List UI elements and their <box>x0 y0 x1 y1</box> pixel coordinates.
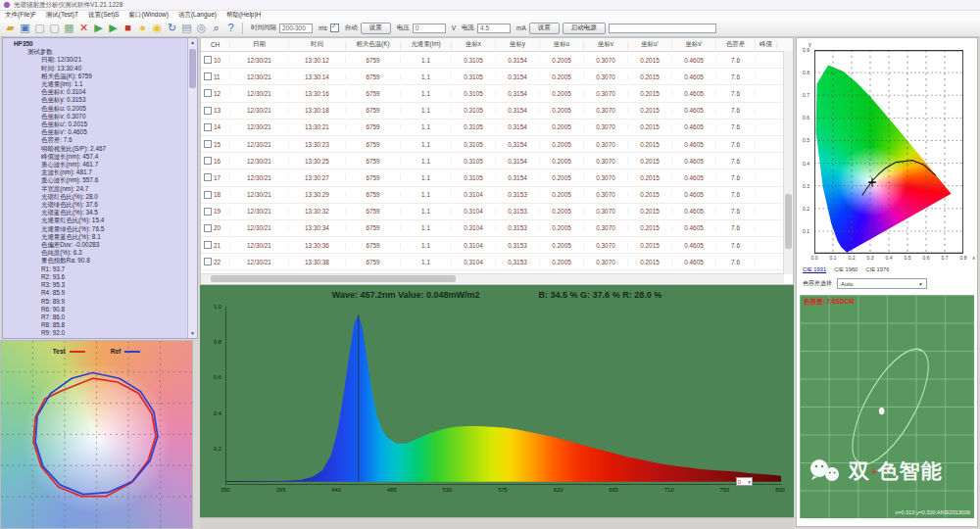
tree-item[interactable]: 色容差: 7.6 <box>6 136 187 144</box>
tree-item[interactable]: 光通量红色比(%): 15.4 <box>6 216 187 224</box>
tree-item[interactable]: 峰值波长(nm): 457.4 <box>6 153 187 161</box>
row-checkbox[interactable] <box>204 107 212 115</box>
tree-item[interactable]: 色纯度(%): 6.3 <box>6 249 187 257</box>
table-row[interactable]: 2012/30/2113:30:3467591.10.31040.31530.2… <box>201 220 793 237</box>
menu-item[interactable]: 文件(File)F <box>5 11 36 20</box>
tree-item[interactable]: 光通量蓝色比(%): 8.1 <box>6 233 187 241</box>
save-icon[interactable]: ▣ <box>19 22 31 34</box>
continuous-test-icon[interactable]: ▶ <box>107 22 120 34</box>
row-checkbox[interactable] <box>204 140 212 148</box>
row-checkbox[interactable] <box>204 123 212 131</box>
open-icon[interactable]: ▰ <box>4 22 17 34</box>
tree-item[interactable]: R1: 93.7 <box>6 265 187 273</box>
tree-item[interactable]: 色坐标x: 0.3104 <box>6 88 187 96</box>
report-icon[interactable]: ▤ <box>180 22 193 34</box>
tree-item[interactable]: 色坐标u': 0.2015 <box>6 120 187 128</box>
scroll-down-icon[interactable]: ▼ <box>188 329 197 338</box>
tree-item[interactable]: 主波长(nm): 481.7 <box>6 168 187 176</box>
table-row[interactable]: 1412/30/2113:30:2167591.10.31050.31540.2… <box>201 120 793 136</box>
interval-set-button[interactable]: 设置 <box>361 23 391 34</box>
tab-cie-1960[interactable]: CIE 1960 <box>834 266 858 272</box>
table-row[interactable]: 1312/30/2113:30:1867591.10.31050.31540.2… <box>201 103 793 120</box>
tree-item[interactable]: R4: 85.9 <box>6 289 187 297</box>
tree-item[interactable]: R3: 95.3 <box>6 281 187 289</box>
tree-item[interactable]: 光谱蓝色比(%): 34.5 <box>6 209 187 216</box>
refresh-icon[interactable]: ↻ <box>166 22 178 34</box>
tree-item[interactable]: R2: 93.6 <box>6 273 187 281</box>
tree-item[interactable]: 色坐标u: 0.2005 <box>6 105 187 113</box>
tree-item[interactable]: 明暗视觉比(S/P): 2.467 <box>6 145 187 153</box>
auto-checkbox[interactable] <box>330 24 339 32</box>
column-header[interactable]: 时间 <box>289 40 346 49</box>
table-row[interactable]: 1612/30/2113:30:2567591.10.31050.31540.2… <box>201 153 793 169</box>
tree-item[interactable]: R9: 92.0 <box>6 329 187 337</box>
column-header[interactable]: 日期 <box>230 40 289 49</box>
row-checkbox[interactable] <box>204 89 212 97</box>
tree-item[interactable]: 光通量绿色比(%): 76.5 <box>6 225 187 233</box>
menu-item[interactable]: 帮助(Help)H <box>226 11 261 20</box>
export-icon[interactable]: ◎ <box>195 22 208 34</box>
tree-item[interactable]: 色坐标v': 0.4605 <box>6 128 187 136</box>
column-header[interactable]: 峰值 <box>756 40 777 49</box>
interval-input[interactable] <box>279 24 313 33</box>
table-row[interactable]: 1912/30/2113:30:3267591.10.31040.31530.2… <box>201 204 793 220</box>
table-horizontal-scrollbar[interactable] <box>201 273 784 284</box>
scrollbar-thumb[interactable] <box>189 49 196 88</box>
row-checkbox[interactable] <box>204 72 212 80</box>
scrollbar-thumb[interactable] <box>785 194 792 249</box>
help-icon[interactable]: ? <box>224 22 237 34</box>
row-checkbox[interactable] <box>204 157 212 165</box>
table-row[interactable]: 1212/30/2113:30:1667591.10.31050.31540.2… <box>201 85 793 102</box>
row-checkbox[interactable] <box>204 208 212 216</box>
column-header[interactable]: 相关色温(K) <box>346 40 401 49</box>
power-start-button[interactable]: 启动电源 <box>563 23 606 34</box>
tree-item[interactable]: 重心波长(nm): 557.6 <box>6 176 187 184</box>
row-checkbox[interactable] <box>204 191 212 199</box>
tree-root[interactable]: HP350 <box>6 40 187 48</box>
current-input[interactable] <box>477 24 511 33</box>
tree-item[interactable]: 质心波长(nm): 461.7 <box>6 161 187 168</box>
column-header[interactable]: 坐标u <box>540 40 584 49</box>
table-row[interactable]: 2212/30/2113:30:3867591.10.31040.31530.2… <box>201 254 793 270</box>
copy-icon[interactable]: ▢ <box>33 22 46 34</box>
tree-item[interactable]: R8: 85.8 <box>6 321 187 329</box>
row-checkbox[interactable] <box>204 258 212 265</box>
new-window-icon[interactable]: ▦ <box>63 22 75 34</box>
table-row[interactable]: 1012/30/2113:30:1267591.10.31050.31540.2… <box>201 52 793 69</box>
smoothing-stepper[interactable]: 0 ▾ <box>736 477 753 486</box>
voltage-input[interactable] <box>413 24 446 33</box>
table-row[interactable]: 2112/30/2113:30:3667591.10.31040.31530.2… <box>201 237 793 254</box>
power-set-button[interactable]: 设置 <box>529 23 560 34</box>
lamp-icon[interactable]: ● <box>136 22 149 34</box>
column-header[interactable]: 坐标y <box>496 40 540 49</box>
column-header[interactable]: 色容差 <box>716 40 756 49</box>
row-checkbox[interactable] <box>204 56 212 64</box>
tree-item[interactable]: 色坐标y: 0.3153 <box>6 96 187 104</box>
tree-item[interactable]: 显色指数Ra: 90.8 <box>6 257 187 264</box>
scrollbar-thumb[interactable] <box>211 275 456 282</box>
table-row[interactable]: 1712/30/2113:30:2767591.10.31050.31540.2… <box>201 169 793 186</box>
row-checkbox[interactable] <box>204 241 212 249</box>
status-input[interactable] <box>609 24 716 33</box>
tolerance-select[interactable]: Auto ▼ <box>837 278 927 289</box>
table-row[interactable]: 1112/30/2113:30:1467591.10.31050.31540.2… <box>201 69 793 85</box>
tree-group[interactable]: 测试参数 <box>6 48 187 56</box>
sidebar-scrollbar[interactable]: ▲ ▼ <box>187 38 197 338</box>
column-header[interactable]: 坐标x <box>452 40 496 49</box>
tree-item[interactable]: 半宽度(nm): 24.7 <box>6 185 187 193</box>
tree-item[interactable]: R6: 90.8 <box>6 306 187 313</box>
tree-item[interactable]: 光谱红色比(%): 28.0 <box>6 193 187 201</box>
column-header[interactable]: 坐标v' <box>672 40 716 49</box>
table-row[interactable]: 1512/30/2113:30:2367591.10.31050.31540.2… <box>201 136 793 153</box>
tree-item[interactable]: 色坐标v: 0.3070 <box>6 113 187 120</box>
column-header[interactable]: CH <box>201 41 230 48</box>
table-vertical-scrollbar[interactable] <box>783 51 793 274</box>
tree-item[interactable]: R5: 89.9 <box>6 298 187 306</box>
menu-item[interactable]: 设置(Set)S <box>88 11 119 20</box>
tree-item[interactable]: R7: 86.0 <box>6 313 187 321</box>
stop-icon[interactable]: ■ <box>122 22 134 34</box>
scroll-up-icon[interactable]: ▲ <box>188 38 197 47</box>
delete-icon[interactable]: ✕ <box>77 22 90 34</box>
column-header[interactable]: 坐标v <box>584 40 628 49</box>
tab-cie-1931[interactable]: CIE 1931 <box>803 266 826 272</box>
